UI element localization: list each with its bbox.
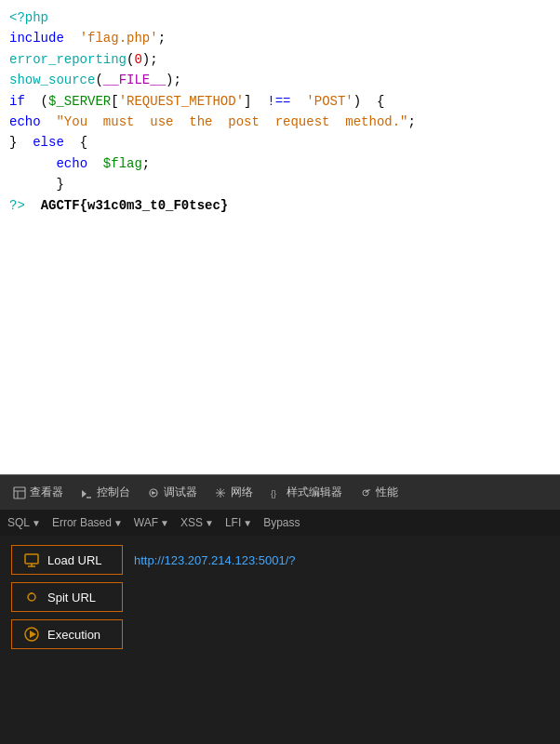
code-line-1: <?php bbox=[9, 7, 551, 28]
code-line-7: } else { bbox=[9, 132, 551, 153]
svg-marker-3 bbox=[82, 490, 87, 498]
performance-icon bbox=[359, 486, 372, 499]
spit-url-row: Spit URL bbox=[11, 582, 549, 612]
execution-row: Execution bbox=[11, 619, 549, 649]
spit-url-icon bbox=[23, 589, 40, 605]
tab-console[interactable]: 控制台 bbox=[73, 481, 138, 504]
load-url-icon bbox=[23, 551, 40, 568]
code-line-9: } bbox=[9, 174, 551, 194]
sql-tab-error-based[interactable]: Error Based ▼ bbox=[52, 516, 123, 529]
style-editor-icon: {} bbox=[270, 486, 283, 499]
sql-dropdown-arrow: ▼ bbox=[32, 518, 41, 528]
tool-panel: Load URL http://123.207.214.123:5001/? S… bbox=[0, 536, 560, 744]
sql-bar: SQL ▼ Error Based ▼ WAF ▼ XSS ▼ LFI ▼ By… bbox=[0, 510, 560, 536]
execution-icon bbox=[23, 626, 40, 643]
code-line-10: ?> AGCTF{w31c0m3_t0_F0tsec} bbox=[9, 195, 551, 216]
code-line-2: include 'flag.php'; bbox=[9, 28, 551, 48]
tab-network[interactable]: 网络 bbox=[207, 481, 260, 504]
load-url-row: Load URL http://123.207.214.123:5001/? bbox=[11, 545, 549, 575]
tab-debugger[interactable]: 调试器 bbox=[140, 481, 205, 504]
tab-style-editor[interactable]: {} 样式编辑器 bbox=[262, 481, 350, 504]
svg-point-16 bbox=[28, 593, 35, 601]
code-line-8: echo $flag; bbox=[9, 153, 551, 174]
error-based-dropdown-arrow: ▼ bbox=[113, 518, 123, 528]
code-line-3: error_reporting(0); bbox=[9, 49, 551, 70]
svg-text:{}: {} bbox=[271, 489, 276, 498]
load-url-button[interactable]: Load URL bbox=[11, 545, 123, 575]
code-line-6: echo "You must use the post request meth… bbox=[9, 112, 551, 132]
sql-tab-lfi[interactable]: LFI ▼ bbox=[225, 516, 252, 529]
tab-performance[interactable]: 性能 bbox=[352, 481, 406, 504]
execution-button[interactable]: Execution bbox=[11, 619, 123, 649]
code-display: <?php include 'flag.php'; error_reportin… bbox=[0, 0, 560, 474]
sql-tab-sql[interactable]: SQL ▼ bbox=[7, 516, 41, 529]
sql-tab-xss[interactable]: XSS ▼ bbox=[180, 516, 214, 529]
network-icon bbox=[214, 486, 227, 499]
svg-marker-19 bbox=[30, 631, 36, 638]
svg-marker-6 bbox=[152, 491, 156, 495]
tab-inspector[interactable]: 查看器 bbox=[6, 481, 71, 504]
load-url-value: http://123.207.214.123:5001/? bbox=[134, 553, 296, 567]
code-line-5: if ($_SERVER['REQUEST_METHOD'] !== 'POST… bbox=[9, 91, 551, 112]
console-icon bbox=[80, 486, 93, 499]
lfi-dropdown-arrow: ▼ bbox=[243, 518, 252, 528]
debugger-icon bbox=[147, 486, 160, 499]
svg-rect-0 bbox=[14, 487, 25, 498]
inspector-icon bbox=[13, 486, 26, 499]
svg-rect-13 bbox=[25, 554, 38, 564]
sql-tab-waf[interactable]: WAF ▼ bbox=[134, 516, 169, 529]
sql-tab-bypass[interactable]: Bypass bbox=[263, 516, 300, 529]
xss-dropdown-arrow: ▼ bbox=[205, 518, 214, 528]
waf-dropdown-arrow: ▼ bbox=[160, 518, 169, 528]
code-line-4: show_source(__FILE__); bbox=[9, 70, 551, 90]
spit-url-button[interactable]: Spit URL bbox=[11, 582, 123, 612]
devtools-bar: 查看器 控制台 调试器 网络 {} 样式编辑器 bbox=[0, 474, 560, 510]
